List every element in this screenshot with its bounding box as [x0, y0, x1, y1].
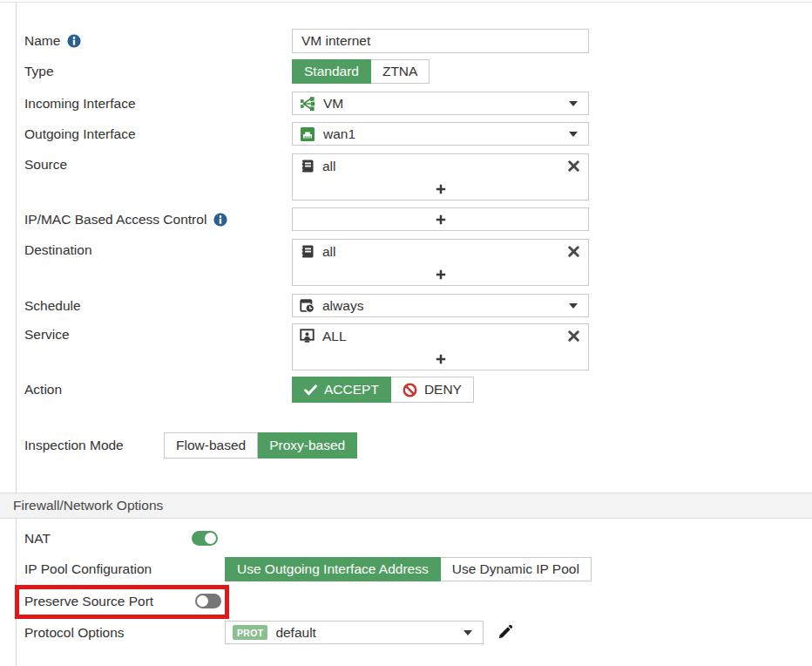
- service-label: Service: [24, 327, 70, 343]
- incoming-interface-select[interactable]: VM: [292, 92, 589, 115]
- nat-toggle[interactable]: [192, 531, 218, 546]
- action-deny-label: DENY: [424, 382, 462, 398]
- incoming-interface-label: Incoming Interface: [24, 96, 136, 112]
- schedule-select[interactable]: always: [292, 294, 589, 317]
- action-accept-label: ACCEPT: [324, 382, 379, 398]
- destination-multibox: all: [292, 239, 589, 286]
- service-icon: [300, 329, 315, 343]
- remove-icon[interactable]: [566, 159, 581, 173]
- schedule-value: always: [322, 298, 363, 314]
- deny-icon: [403, 383, 417, 398]
- nat-row: NAT: [0, 529, 812, 548]
- schedule-label: Schedule: [24, 298, 81, 314]
- type-standard-button[interactable]: Standard: [292, 59, 371, 84]
- plus-icon: [436, 354, 446, 364]
- protocol-options-select[interactable]: PROT default: [225, 621, 484, 644]
- source-entry-name: all: [322, 159, 336, 174]
- outgoing-interface-label: Outgoing Interface: [24, 126, 136, 142]
- protocol-options-row: Protocol Options PROT default: [0, 621, 812, 644]
- inspection-proxy-based-button[interactable]: Proxy-based: [258, 432, 357, 459]
- ip-mac-access-control-label: IP/MAC Based Access Control: [24, 212, 227, 228]
- destination-label: Destination: [24, 242, 92, 258]
- inspection-mode-label: Inspection Mode: [24, 438, 124, 453]
- service-multibox: ALL: [292, 323, 589, 370]
- preserve-source-port-toggle[interactable]: [195, 594, 221, 608]
- type-row: Type Standard ZTNA: [0, 59, 812, 84]
- panel-top-border: [0, 2, 812, 3]
- service-entry-name: ALL: [322, 329, 347, 344]
- schedule-row: Schedule always: [0, 294, 812, 317]
- ip-mac-access-control-row: IP/MAC Based Access Control: [0, 207, 812, 231]
- chevron-down-icon: [569, 303, 578, 309]
- source-row: Source all: [0, 153, 812, 200]
- address-book-icon: [300, 159, 315, 173]
- action-accept-button[interactable]: ACCEPT: [292, 377, 391, 403]
- ethernet-port-icon: [300, 126, 315, 142]
- outgoing-interface-select[interactable]: wan1: [292, 122, 589, 146]
- destination-entry-all[interactable]: all: [293, 240, 588, 263]
- ip-mac-add-button[interactable]: [292, 207, 589, 231]
- inspection-mode-row: Inspection Mode Flow-based Proxy-based: [0, 432, 812, 459]
- destination-add-button[interactable]: [293, 263, 588, 285]
- vm-interface-icon: [300, 96, 315, 112]
- ip-pool-configuration-label: IP Pool Configuration: [24, 561, 152, 577]
- section-header-text: Firewall/Network Options: [13, 498, 163, 513]
- type-label: Type: [24, 64, 54, 79]
- schedule-icon: [300, 298, 315, 313]
- destination-entry-name: all: [322, 244, 336, 260]
- service-add-button[interactable]: [293, 348, 588, 370]
- service-row: Service ALL: [0, 323, 812, 370]
- remove-icon[interactable]: [566, 244, 581, 259]
- chevron-down-icon: [464, 630, 472, 635]
- outgoing-interface-value: wan1: [323, 126, 355, 142]
- ip-mac-label-text: IP/MAC Based Access Control: [24, 212, 206, 228]
- protocol-options-value: default: [275, 625, 316, 641]
- preserve-source-port-label: Preserve Source Port: [24, 594, 153, 609]
- prot-badge: PROT: [233, 625, 267, 640]
- plus-icon: [436, 269, 446, 280]
- action-row: Action ACCEPT DENY: [0, 377, 812, 403]
- chevron-down-icon: [569, 132, 578, 137]
- action-deny-button[interactable]: DENY: [391, 377, 474, 403]
- firewall-network-options-header: Firewall/Network Options: [0, 493, 812, 519]
- inspection-flow-based-button[interactable]: Flow-based: [164, 432, 258, 459]
- name-row: Name: [0, 29, 812, 53]
- destination-row: Destination all: [0, 239, 812, 286]
- protocol-options-label: Protocol Options: [24, 625, 125, 641]
- incoming-interface-row: Incoming Interface VM: [0, 92, 812, 115]
- name-label-text: Name: [24, 33, 60, 49]
- incoming-interface-value: VM: [323, 96, 343, 112]
- source-add-button[interactable]: [293, 178, 588, 200]
- address-book-icon: [300, 244, 315, 259]
- nat-label: NAT: [24, 531, 51, 547]
- pencil-icon[interactable]: [497, 624, 513, 641]
- info-icon: [213, 213, 227, 227]
- ip-pool-dynamic-button[interactable]: Use Dynamic IP Pool: [441, 557, 592, 581]
- check-icon: [304, 384, 317, 396]
- plus-icon: [436, 214, 446, 225]
- chevron-down-icon: [569, 101, 578, 106]
- ip-pool-configuration-row: IP Pool Configuration Use Outgoing Inter…: [0, 557, 812, 581]
- preserve-source-port-row: Preserve Source Port: [0, 591, 812, 612]
- action-label: Action: [24, 382, 62, 398]
- type-ztna-button[interactable]: ZTNA: [371, 59, 430, 84]
- source-label: Source: [24, 157, 67, 173]
- info-icon: [67, 34, 81, 48]
- name-label: Name: [24, 33, 81, 49]
- ip-pool-outgoing-address-button[interactable]: Use Outgoing Interface Address: [225, 557, 441, 581]
- outgoing-interface-row: Outgoing Interface wan1: [0, 122, 812, 146]
- plus-icon: [436, 184, 446, 194]
- remove-icon[interactable]: [566, 329, 581, 343]
- source-entry-all[interactable]: all: [293, 154, 588, 178]
- name-input[interactable]: [292, 29, 589, 53]
- service-entry-all[interactable]: ALL: [293, 324, 588, 348]
- source-multibox: all: [292, 153, 589, 200]
